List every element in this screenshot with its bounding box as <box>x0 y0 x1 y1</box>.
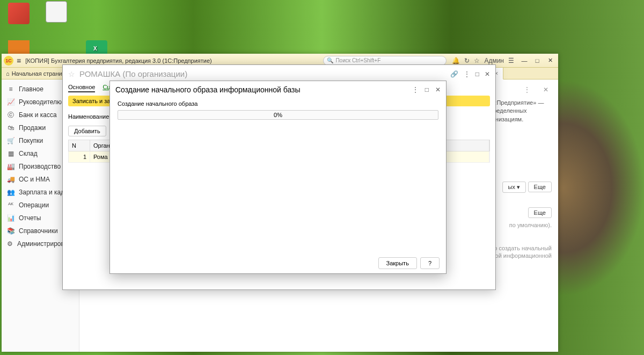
bank-icon: ⓒ <box>7 111 14 119</box>
text-fragment: по умолчанию). <box>509 222 552 228</box>
org-window-title: РОМАШКА (По организации) <box>79 69 187 78</box>
ops-icon: ᴬᴷ <box>7 201 14 209</box>
people-icon: 👥 <box>7 189 14 196</box>
th-n: N <box>69 140 90 151</box>
home-icon: ≡ <box>7 85 14 93</box>
close-icon[interactable]: ✕ <box>485 70 490 78</box>
boxes-icon: ▦ <box>7 150 14 157</box>
text-fragment: ой информационной <box>495 252 552 259</box>
user-menu-icon[interactable]: ☰ <box>508 57 514 64</box>
maximize-button[interactable]: □ <box>531 56 543 66</box>
link-icon[interactable]: 🔗 <box>450 70 458 78</box>
history-icon[interactable]: ↻ <box>464 57 470 64</box>
book-icon: 📚 <box>7 227 14 235</box>
cell-n: 1 <box>69 151 90 162</box>
create-image-modal: Создание начального образа информационно… <box>109 81 447 274</box>
burger-menu-icon[interactable]: ≡ <box>17 56 21 65</box>
close-icon[interactable]: ✕ <box>435 86 441 93</box>
chart-icon: 📈 <box>7 98 14 106</box>
favorite-icon[interactable]: ☆ <box>68 70 75 78</box>
text-fragment: о создать начальный <box>494 245 552 251</box>
bag-icon: 🛍 <box>7 124 14 132</box>
cart-icon: 🛒 <box>7 137 14 144</box>
more-button[interactable]: ых ▾ <box>502 182 526 193</box>
modal-title: Создание начального образа информационно… <box>115 85 301 94</box>
more-menu-icon[interactable]: ⋮ <box>412 86 419 93</box>
tab-main[interactable]: Основное <box>68 83 95 92</box>
progress-label: Создание начального образа <box>118 100 438 107</box>
report-icon: 📊 <box>7 214 14 222</box>
name-label: Наименование: <box>68 113 111 120</box>
factory-icon: 🏭 <box>7 163 14 170</box>
close-page-icon[interactable]: ✕ <box>540 85 552 95</box>
add-button[interactable]: Добавить <box>68 126 106 136</box>
desktop-icon[interactable] <box>3 3 35 25</box>
search-input[interactable]: Поиск Ctrl+Shift+F <box>323 56 447 66</box>
maximize-icon[interactable]: □ <box>475 70 479 78</box>
truck-icon: 🚚 <box>7 176 14 183</box>
logo-1c-icon: 1C <box>4 56 13 66</box>
gear-icon: ⚙ <box>7 240 13 248</box>
desktop-icon[interactable] <box>40 1 72 24</box>
more-button[interactable]: Еще <box>528 182 552 192</box>
star-icon[interactable]: ☆ <box>474 57 480 64</box>
more-menu-icon[interactable]: ⋮ <box>519 85 535 95</box>
progress-bar: 0% <box>118 110 438 120</box>
close-button[interactable]: Закрыть <box>378 257 417 269</box>
more-menu-icon[interactable]: ⋮ <box>464 70 470 78</box>
window-title: [КОПИЯ] Бухгалтерия предприятия, редакци… <box>25 57 212 64</box>
more-button[interactable]: Еще <box>528 207 552 218</box>
bell-icon[interactable]: 🔔 <box>452 57 460 64</box>
maximize-icon[interactable]: □ <box>425 86 429 93</box>
help-button[interactable]: ? <box>420 257 440 269</box>
close-button[interactable]: ✕ <box>544 56 556 66</box>
user-label[interactable]: Админ <box>484 57 504 64</box>
minimize-button[interactable]: — <box>518 56 530 66</box>
